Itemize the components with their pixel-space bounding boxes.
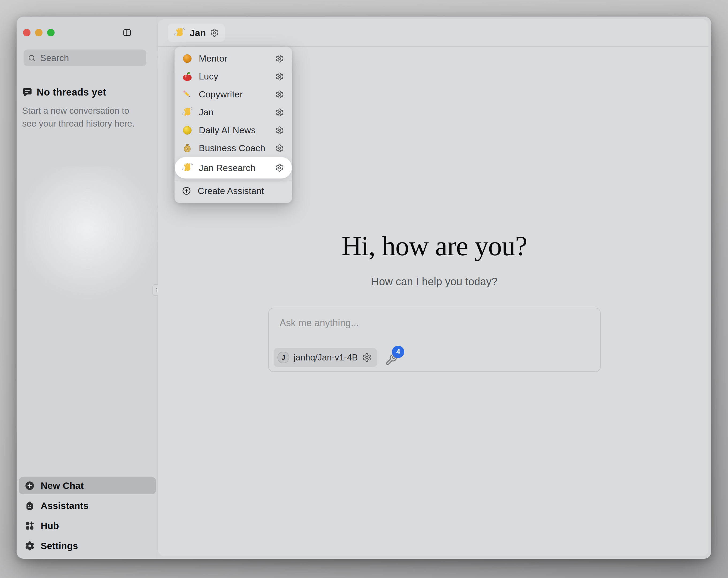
desktop-background: No threads yet Start a new conversation … bbox=[0, 0, 728, 578]
chat-bubble-icon bbox=[22, 87, 32, 97]
gear-icon[interactable] bbox=[275, 126, 284, 134]
waving-hand-emoji-icon bbox=[182, 107, 193, 118]
assistant-menu-item-mentor[interactable]: Mentor bbox=[175, 50, 292, 68]
model-avatar: J bbox=[278, 352, 289, 363]
panel-left-icon bbox=[123, 28, 132, 37]
assistant-menu-item-jan[interactable]: Jan bbox=[175, 103, 292, 121]
app-window: No threads yet Start a new conversation … bbox=[17, 17, 711, 559]
traffic-lights bbox=[23, 29, 55, 36]
sidebar-glow bbox=[25, 167, 158, 306]
greeting: Hi, how are you? How can I help you toda… bbox=[159, 230, 708, 288]
create-assistant-button[interactable]: Create Assistant bbox=[175, 183, 292, 199]
search-input[interactable] bbox=[40, 52, 142, 64]
gear-icon[interactable] bbox=[275, 72, 284, 81]
yellow-circle-emoji-icon bbox=[182, 125, 193, 136]
grid-plus-icon bbox=[25, 521, 35, 531]
waving-hand-icon bbox=[174, 27, 185, 39]
assistant-menu-item-daily-ai-news[interactable]: Daily AI News bbox=[175, 121, 292, 139]
sidebar-item-new-chat[interactable]: New Chat bbox=[19, 477, 156, 494]
plus-circle-icon bbox=[25, 481, 35, 491]
nav-label: Hub bbox=[41, 521, 59, 531]
gear-icon[interactable] bbox=[275, 108, 284, 117]
plus-circle-icon bbox=[182, 186, 191, 196]
sidebar-item-hub[interactable]: Hub bbox=[19, 517, 156, 534]
assistant-menu-item-copywriter[interactable]: Copywriter bbox=[175, 85, 292, 103]
chat-composer[interactable]: Ask me anything... J janhq/Jan-v1-4B 4 bbox=[268, 308, 601, 372]
nav-label: Assistants bbox=[41, 500, 88, 511]
gear-icon[interactable] bbox=[275, 164, 284, 172]
greeting-title: Hi, how are you? bbox=[159, 230, 708, 262]
orange-circle-emoji-icon bbox=[182, 53, 193, 64]
model-name: janhq/Jan-v1-4B bbox=[293, 352, 358, 362]
greeting-subtitle: How can I help you today? bbox=[159, 276, 708, 288]
waving-hand-emoji-icon bbox=[182, 162, 193, 173]
assistant-menu-item-jan-research[interactable]: Jan Research bbox=[175, 157, 292, 178]
red-apple-emoji-icon bbox=[182, 71, 193, 82]
threads-empty-state: No threads yet Start a new conversation … bbox=[22, 87, 145, 130]
sidebar-toggle-button[interactable] bbox=[123, 28, 132, 37]
gear-icon[interactable] bbox=[362, 353, 372, 362]
gear-icon[interactable] bbox=[210, 28, 219, 37]
pencil-emoji-icon bbox=[182, 89, 193, 100]
money-bag-emoji-icon bbox=[182, 143, 193, 154]
empty-state-title: No threads yet bbox=[37, 87, 106, 98]
gear-icon[interactable] bbox=[275, 90, 284, 99]
close-window-button[interactable] bbox=[23, 29, 30, 36]
tools-button[interactable]: 4 bbox=[385, 351, 399, 365]
assistant-menu-item-lucy[interactable]: Lucy bbox=[175, 68, 292, 85]
zoom-window-button[interactable] bbox=[47, 29, 55, 36]
composer-placeholder[interactable]: Ask me anything... bbox=[280, 317, 359, 329]
model-selector-chip[interactable]: J janhq/Jan-v1-4B bbox=[274, 348, 377, 367]
sidebar-item-settings[interactable]: Settings bbox=[19, 537, 156, 554]
assistant-menu: Mentor Lucy Copywriter Jan Daily AI News bbox=[175, 47, 292, 203]
sidebar-item-assistants[interactable]: Assistants bbox=[19, 497, 156, 514]
composer-toolbar: J janhq/Jan-v1-4B 4 bbox=[274, 348, 399, 367]
robot-icon bbox=[25, 501, 35, 511]
assistant-menu-item-business-coach[interactable]: Business Coach bbox=[175, 139, 292, 157]
nav-label: New Chat bbox=[41, 480, 84, 491]
main-header: Jan bbox=[158, 19, 708, 47]
gear-icon bbox=[25, 541, 35, 551]
empty-state-subtitle: Start a new conversation to see your thr… bbox=[22, 104, 145, 130]
nav-label: Settings bbox=[41, 541, 78, 551]
minimize-window-button[interactable] bbox=[35, 29, 43, 36]
current-assistant-name: Jan bbox=[190, 28, 206, 38]
tools-count-badge: 4 bbox=[392, 346, 404, 358]
search-icon bbox=[28, 54, 36, 62]
assistant-selector-button[interactable]: Jan bbox=[168, 24, 225, 42]
gear-icon[interactable] bbox=[275, 144, 284, 153]
search-box[interactable] bbox=[24, 50, 146, 66]
sidebar: No threads yet Start a new conversation … bbox=[17, 17, 158, 559]
gear-icon[interactable] bbox=[275, 54, 284, 63]
